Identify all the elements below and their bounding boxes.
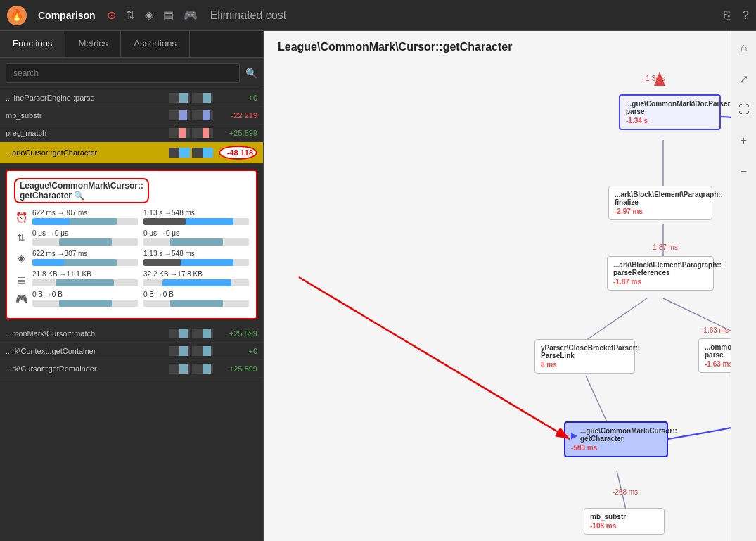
- flame-icon[interactable]: ◈: [145, 8, 153, 22]
- zoom-out-icon[interactable]: −: [734, 162, 754, 182]
- edge-label-1: -1.87 ms: [651, 243, 678, 251]
- bar-2: [192, 329, 213, 338]
- node-time: -583 ms: [571, 444, 661, 452]
- tab-metrics[interactable]: Metrics: [65, 31, 121, 57]
- bar-track: [143, 279, 249, 286]
- zoom-in-icon[interactable]: +: [734, 131, 754, 151]
- fullscreen-icon[interactable]: ⛶: [734, 100, 754, 120]
- metric-group-right: 1.13 s →548 ms: [143, 250, 249, 266]
- metric-values: 622 ms →307 ms 1.13 s →548 ms: [32, 209, 249, 225]
- metric-row-network: 🎮 0 B →0 B 0 B →0 B: [14, 291, 249, 307]
- topbar-right-icons: ⎘ ?: [724, 9, 749, 22]
- diff-value: -22 219: [219, 111, 257, 120]
- node-parse[interactable]: ...gue\CommonMark\DocParser::parse -1.34…: [619, 94, 721, 130]
- app-title: Comparison: [38, 10, 96, 21]
- edge-n4-n7: [663, 298, 731, 340]
- search-input[interactable]: [6, 63, 240, 83]
- metric-values: 622 ms →307 ms 1.13 s →548 ms: [32, 250, 249, 266]
- node-title: ...gue\CommonMark\DocParser::parse: [626, 100, 714, 115]
- diff-value: -48 118: [219, 146, 257, 160]
- function-name: ...ark\Cursor::getCharacter: [6, 148, 163, 157]
- flame2-icon: ◈: [14, 253, 28, 264]
- diff-value: +25 899: [219, 329, 257, 338]
- metric-group-right: 32.2 KB →17.8 KB: [143, 270, 249, 286]
- list-item-selected[interactable]: ...ark\Cursor::getCharacter -48 118: [0, 142, 263, 164]
- metric-row-time: ⏰ 622 ms →307 ms 1.13 s →548 ms: [14, 209, 249, 225]
- bar-track: [143, 218, 249, 225]
- bar-2: [192, 364, 213, 374]
- list-item[interactable]: ...monMark\Cursor::match +25 899: [0, 325, 263, 343]
- node-mbsubstr[interactable]: mb_substr -108 ms: [584, 508, 665, 535]
- list-item[interactable]: mb_substr -22 219: [0, 107, 263, 125]
- metric-text: 1.13 s →548 ms: [143, 209, 195, 217]
- metric-group-left: 0 μs →0 μs: [32, 229, 138, 246]
- node-title: ...ark\Block\Element\Paragraph::finalize: [615, 191, 706, 206]
- node-title: mb_substr: [590, 513, 658, 521]
- compare-icon[interactable]: ⇅: [126, 8, 135, 22]
- expand-icon[interactable]: ⤢: [734, 69, 754, 89]
- metric-group-left: 21.8 KB →11.1 KB: [32, 270, 138, 286]
- app-logo: 🔥: [7, 6, 27, 25]
- metric-group-left: 622 ms →307 ms: [32, 209, 138, 225]
- node-time: -108 ms: [590, 522, 658, 530]
- metric-group-right: 1.13 s →548 ms: [143, 209, 249, 225]
- node-parselink[interactable]: yParser\CloseBracketParser::ParseLink 8 …: [534, 339, 635, 374]
- help-icon[interactable]: ?: [743, 9, 749, 22]
- memory-icon: ▤: [14, 273, 28, 284]
- network-icon: 🎮: [14, 293, 28, 305]
- metric-row-calls: ⇅ 0 μs →0 μs 0 μs →0 μs: [14, 229, 249, 246]
- diff-value: +25 899: [219, 364, 257, 373]
- edge-n6-n9: [586, 376, 608, 425]
- metric-text: 0 B →0 B: [143, 291, 174, 298]
- bar-1: [169, 364, 190, 374]
- play-icon: ▶: [571, 431, 577, 440]
- metric-group-right: 0 μs →0 μs: [143, 229, 249, 246]
- list-item[interactable]: preg_match +25.899: [0, 125, 263, 142]
- metric-text: 622 ms →307 ms: [32, 209, 87, 217]
- metric-text: 21.8 KB →11.1 KB: [32, 270, 91, 278]
- node-time: -1.34 s: [626, 117, 714, 125]
- node-parsereferences[interactable]: ...ark\Block\Element\Paragraph::parseRef…: [607, 256, 714, 291]
- node-getcharacter[interactable]: ▶ ...gue\CommonMark\Cursor::getCharacter…: [564, 421, 668, 457]
- node-title: ...ommonMark\ReferenceParser::parse: [705, 343, 731, 359]
- bar-track: [32, 259, 138, 266]
- edge-n8-n9: [668, 379, 731, 439]
- bar-track: [143, 238, 249, 246]
- bar-1: [169, 346, 190, 356]
- bar-2: [192, 346, 213, 356]
- red-arrow-line: [299, 277, 570, 439]
- metric-values: 21.8 KB →11.1 KB 32.2 KB →17.8 KB: [32, 270, 249, 286]
- mini-bars: [169, 364, 213, 374]
- time-icon: ⏰: [14, 212, 28, 223]
- mini-bars: [169, 346, 213, 356]
- tab-functions[interactable]: Functions: [0, 31, 65, 57]
- edge-label-top: -1.34 s: [643, 75, 665, 82]
- metric-text: 0 B →0 B: [32, 291, 63, 298]
- share-icon[interactable]: ⎘: [724, 9, 731, 22]
- list-icon[interactable]: ▤: [163, 8, 174, 22]
- list-item[interactable]: ...rk\Context::getContainer +0: [0, 343, 263, 360]
- tab-assertions[interactable]: Assertions: [121, 31, 190, 57]
- bar-track: [32, 218, 138, 225]
- node-finalize[interactable]: ...ark\Block\Element\Paragraph::finalize…: [608, 186, 712, 220]
- bar-track: [143, 300, 249, 307]
- node-refparse[interactable]: ...ommonMark\ReferenceParser::parse -1.6…: [698, 338, 731, 373]
- metric-text: 32.2 KB →17.8 KB: [143, 270, 203, 278]
- left-panel: Functions Metrics Assertions 🔍 ...linePa…: [0, 31, 264, 541]
- metric-text: 0 μs →0 μs: [32, 229, 68, 237]
- controller-icon[interactable]: 🎮: [184, 8, 198, 22]
- search-area: 🔍: [0, 58, 263, 89]
- bar-2: [192, 128, 213, 138]
- list-item[interactable]: ...rk\Cursor::getRemainder +25 899: [0, 360, 263, 378]
- list-item[interactable]: ...lineParserEngine::parse +0: [0, 89, 263, 107]
- home-icon[interactable]: ⌂: [734, 38, 754, 58]
- bar-2: [192, 93, 213, 103]
- function-name: preg_match: [6, 129, 163, 137]
- metric-group-right: 0 B →0 B: [143, 291, 249, 307]
- status-icon[interactable]: ⊙: [107, 8, 116, 22]
- edge-label-4: -1.63 ms: [701, 326, 729, 334]
- mini-bars: [169, 93, 213, 103]
- node-title: ...ark\Block\Element\Paragraph::parseRef…: [613, 261, 707, 276]
- node-title: yParser\CloseBracketParser::ParseLink: [541, 344, 629, 359]
- mini-bars: [169, 329, 213, 338]
